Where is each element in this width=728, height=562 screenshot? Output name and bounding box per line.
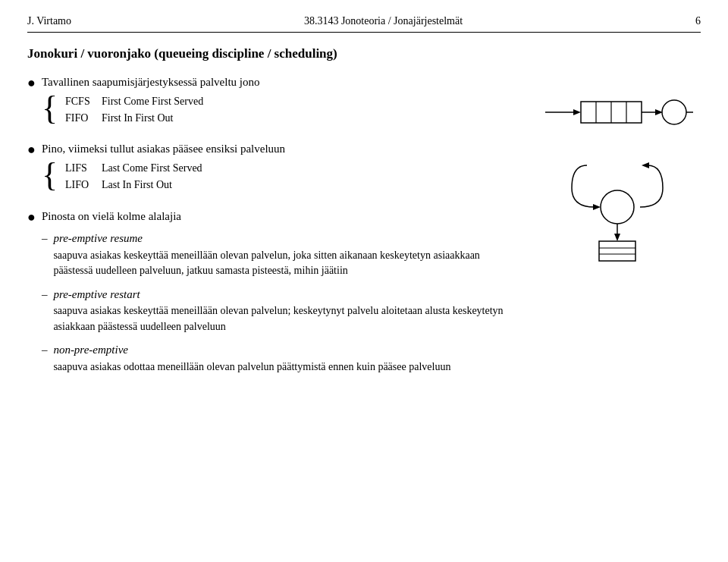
section-fcfs: ● Tavallinen saapumisjärjestyksessä palv… (27, 74, 519, 132)
lifo-diagram (541, 158, 693, 264)
fcfs-val: First Come First Served (102, 94, 203, 109)
brace-row-lifo: LIFO Last In First Out (65, 177, 202, 193)
dash-content-restart: pre-emptive restart saapuva asiakas kesk… (53, 287, 519, 334)
dash-mark-1: – (42, 231, 48, 247)
brace-rows-2: LIFS Last Come First Served LIFO Last In… (65, 161, 202, 193)
svg-marker-1 (573, 109, 581, 115)
brace-row-lifs: LIFS Last Come First Served (65, 161, 202, 176)
lifo-key: LIFO (65, 177, 102, 193)
section2-label: Pino, viimeksi tullut asiakas pääsee ens… (42, 141, 519, 158)
bullet-2: ● (27, 140, 36, 159)
dash-content-resume: pre-emptive resume saapuva asiakas keske… (53, 231, 519, 278)
section1-label: Tavallinen saapumisjärjestyksessä palvel… (42, 74, 519, 91)
fifo-val: First In First Out (102, 111, 174, 126)
dash-text-restart: saapuva asiakas keskeyttää meneillään ol… (53, 303, 519, 334)
page: J. Virtamo 38.3143 Jonoteoria / Jonajärj… (0, 0, 728, 562)
brace-row-fifo: FIFO First In First Out (65, 111, 203, 126)
page-number: 6 (695, 14, 701, 29)
section1-content: Tavallinen saapumisjärjestyksessä palvel… (42, 74, 519, 132)
lifs-val: Last Come First Served (102, 161, 202, 176)
section-subtypes: ● Pinosta on vielä kolme alalajia – pre-… (27, 209, 519, 382)
course-title: 38.3143 Jonoteoria / Jonajärjestelmät (304, 14, 463, 29)
svg-marker-12 (642, 162, 649, 168)
brace-table-2: { LIFS Last Come First Served LIFO Last … (42, 161, 519, 193)
brace-rows-1: FCFS First Come First Served FIFO First … (65, 94, 203, 127)
dash-text-nonpreemptive: saapuva asiakas odottaa meneillään oleva… (53, 359, 519, 375)
svg-point-8 (662, 100, 686, 124)
dash-item-resume: – pre-emptive resume saapuva asiakas kes… (42, 231, 519, 278)
dash-content-nonpreemptive: non-pre-emptive saapuva asiakas odottaa … (53, 342, 519, 375)
svg-marker-11 (593, 204, 601, 210)
dash-title-nonpreemptive: non-pre-emptive (53, 342, 519, 359)
bullet-3: ● (27, 207, 36, 227)
lifo-val: Last In First Out (102, 177, 172, 193)
brace-symbol-2: { (42, 158, 58, 193)
diagrams-column (534, 74, 701, 391)
dash-mark-3: – (42, 342, 48, 359)
dash-mark-2: – (42, 287, 48, 303)
fifo-diagram (541, 89, 693, 135)
dash-list: – pre-emptive resume saapuva asiakas kes… (42, 231, 519, 375)
section-lifs: ● Pino, viimeksi tullut asiakas pääsee e… (27, 141, 519, 199)
section3-content: Pinosta on vielä kolme alalajia – pre-em… (42, 209, 519, 382)
content-area: ● Tavallinen saapumisjärjestyksessä palv… (27, 74, 701, 391)
bullet-1: ● (27, 73, 36, 93)
dash-item-restart: – pre-emptive restart saapuva asiakas ke… (42, 287, 519, 334)
lifs-key: LIFS (65, 161, 102, 176)
brace-table-1: { FCFS First Come First Served FIFO Firs… (42, 94, 519, 127)
dash-title-restart: pre-emptive restart (53, 287, 519, 303)
svg-point-13 (601, 190, 634, 224)
author: J. Virtamo (27, 14, 71, 29)
page-header: J. Virtamo 38.3143 Jonoteoria / Jonajärj… (27, 14, 701, 33)
section2-content: Pino, viimeksi tullut asiakas pääsee ens… (42, 141, 519, 199)
fcfs-key: FCFS (65, 94, 102, 109)
page-title: Jonokuri / vuoronjako (queueing discipli… (27, 45, 701, 64)
dash-title-resume: pre-emptive resume (53, 231, 519, 247)
brace-row-fcfs: FCFS First Come First Served (65, 94, 203, 109)
brace-symbol-1: { (42, 91, 58, 127)
dash-text-resume: saapuva asiakas keskeyttää meneillään ol… (53, 248, 519, 279)
fifo-key: FIFO (65, 111, 102, 126)
svg-marker-15 (614, 234, 620, 241)
dash-item-nonpreemptive: – non-pre-emptive saapuva asiakas odotta… (42, 342, 519, 375)
section3-label: Pinosta on vielä kolme alalajia (42, 209, 519, 225)
text-column: ● Tavallinen saapumisjärjestyksessä palv… (27, 74, 534, 391)
svg-rect-16 (599, 241, 635, 261)
